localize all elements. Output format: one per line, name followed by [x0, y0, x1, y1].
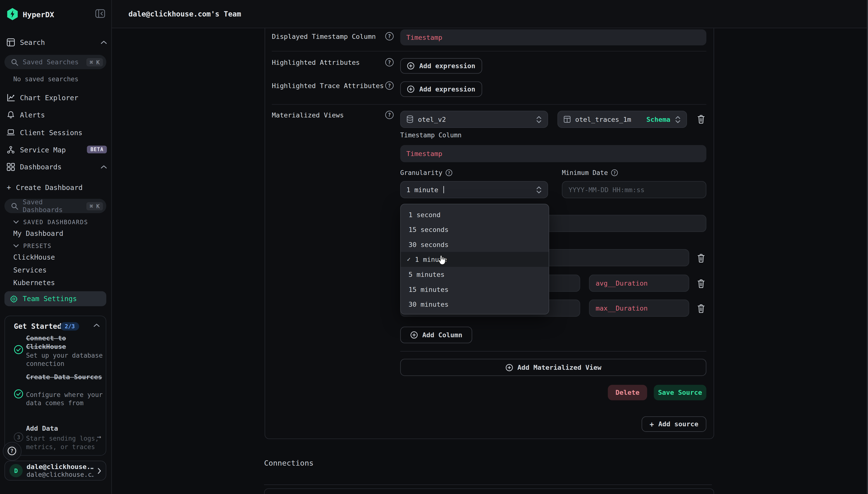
- add-materialized-view-button[interactable]: Add Materialized View: [400, 359, 707, 376]
- section-label: PRESETS: [23, 242, 52, 249]
- dropdown-option[interactable]: 1 second: [401, 207, 548, 222]
- help-circle-icon[interactable]: ?: [385, 111, 393, 119]
- get-started-collapse-button[interactable]: [94, 323, 100, 327]
- dropdown-option[interactable]: 30 seconds: [401, 237, 548, 252]
- beta-badge: BETA: [87, 146, 107, 153]
- saved-dashboards-input[interactable]: Saved Dashboards ⌘ K: [4, 199, 106, 213]
- dashboards-icon: [6, 163, 15, 171]
- timestamp-column-value: Timestamp: [406, 150, 442, 157]
- sidebar-item-label: Dashboards: [20, 163, 96, 171]
- check-circle-icon: [14, 389, 23, 399]
- plus-circle-icon: [410, 331, 418, 339]
- preset-link-label: ClickHouse: [13, 253, 55, 261]
- sidebar-item-services[interactable]: Services: [13, 265, 46, 274]
- save-source-button[interactable]: Save Source: [654, 385, 707, 400]
- step-title[interactable]: Connect to ClickHouse: [26, 334, 102, 351]
- sidebar-item-my-dashboard[interactable]: My Dashboard: [13, 229, 63, 238]
- sidebar-item-label: Alerts: [20, 110, 107, 119]
- sidebar-item-kubernetes[interactable]: Kubernetes: [13, 278, 55, 287]
- chevron-down-icon: [13, 220, 19, 224]
- delete-column-button[interactable]: [697, 253, 705, 263]
- sidebar: HyperDX Search Saved Searches ⌘ K No sav…: [0, 0, 112, 494]
- help-circle-icon[interactable]: ?: [385, 58, 393, 66]
- sidebar-item-team-settings[interactable]: Team Settings: [4, 291, 106, 306]
- help-circle-icon[interactable]: ?: [385, 81, 393, 90]
- chevron-right-icon: [98, 468, 101, 474]
- user-email: dale@clickhouse.c…: [27, 471, 94, 478]
- materialized-table-select[interactable]: otel_traces_1m Schema: [558, 111, 687, 128]
- option-label: 1 second: [408, 211, 441, 218]
- user-account-button[interactable]: D dale@clickhouse.… dale@clickhouse.c…: [4, 461, 106, 481]
- plus-circle-icon: [505, 363, 513, 371]
- minimum-date-label-row: Minimum Date ?: [562, 169, 618, 177]
- step-description: Set up your database connection: [26, 352, 103, 368]
- add-expression-button[interactable]: Add expression: [400, 58, 482, 74]
- timestamp-column-input[interactable]: Timestamp: [400, 145, 707, 162]
- displayed-timestamp-input[interactable]: Timestamp: [400, 30, 707, 45]
- step-title[interactable]: Create Data Sources: [26, 373, 102, 381]
- divider: [272, 104, 706, 104]
- column-alias-input[interactable]: avg__Duration: [589, 275, 689, 292]
- column-alias-value: max__Duration: [596, 304, 648, 312]
- sidebar-collapse-button[interactable]: [95, 9, 105, 18]
- delete-source-button[interactable]: Delete: [608, 385, 647, 400]
- presets-section-header[interactable]: PRESETS: [13, 242, 52, 250]
- mouse-cursor-pointer: [438, 255, 447, 265]
- materialized-views-label: Materialized Views: [272, 111, 344, 119]
- saved-searches-placeholder: Saved Searches: [23, 58, 82, 66]
- delete-column-button[interactable]: [697, 279, 705, 288]
- help-circle-icon[interactable]: ?: [611, 169, 618, 176]
- help-circle-icon[interactable]: ?: [385, 32, 393, 40]
- dropdown-option-selected[interactable]: ✓ 1 minute: [401, 252, 548, 267]
- saved-dashboards-section-header[interactable]: SAVED DASHBOARDS: [13, 218, 88, 226]
- section-label: SAVED DASHBOARDS: [23, 218, 88, 225]
- brand-logo-row: HyperDX: [6, 8, 54, 20]
- option-label: 30 seconds: [408, 241, 448, 248]
- search-panel-icon: [6, 38, 15, 46]
- minimum-date-placeholder: YYYY-MM-DD HH:mm:ss: [568, 186, 644, 194]
- delete-materialized-view-button[interactable]: [697, 115, 705, 124]
- dashboard-link-label: My Dashboard: [13, 229, 63, 237]
- displayed-timestamp-label: Displayed Timestamp Column: [272, 33, 376, 40]
- dropdown-option[interactable]: 15 seconds: [401, 222, 548, 237]
- materialized-view-select[interactable]: otel_v2: [400, 111, 548, 128]
- trash-icon: [697, 279, 705, 288]
- sidebar-item-dashboards[interactable]: Dashboards: [6, 160, 107, 173]
- help-circle-icon[interactable]: ?: [446, 169, 452, 176]
- add-expression-button[interactable]: Add expression: [400, 81, 482, 97]
- sidebar-item-clickhouse[interactable]: ClickHouse: [13, 252, 55, 262]
- sidebar-item-search[interactable]: Search: [6, 36, 107, 48]
- trash-icon: [697, 304, 705, 314]
- arrow-right-icon: →: [97, 432, 101, 441]
- option-label: 5 minutes: [408, 270, 444, 278]
- highlighted-attributes-label: Highlighted Attributes: [272, 59, 360, 66]
- sidebar-item-service-map[interactable]: Service Map BETA: [6, 144, 107, 155]
- scrollbar[interactable]: [867, 0, 868, 494]
- team-settings-label: Team Settings: [23, 294, 77, 303]
- column-alias-input[interactable]: max__Duration: [589, 300, 689, 317]
- add-column-button[interactable]: Add Column: [400, 327, 472, 343]
- plus-circle-icon: [407, 62, 415, 70]
- delete-column-button[interactable]: [697, 304, 705, 314]
- sidebar-item-client-sessions[interactable]: Client Sessions: [6, 126, 107, 138]
- minimum-date-input[interactable]: YYYY-MM-DD HH:mm:ss: [562, 181, 707, 198]
- step-description: Configure where your data comes from: [26, 391, 103, 407]
- step-title[interactable]: Add Data: [26, 424, 102, 433]
- create-dashboard-button[interactable]: + Create Dashboard: [6, 181, 107, 193]
- saved-searches-input[interactable]: Saved Searches ⌘ K: [4, 55, 106, 69]
- text-cursor: [443, 186, 444, 193]
- sidebar-item-alerts[interactable]: Alerts: [6, 109, 107, 120]
- granularity-select[interactable]: 1 minute: [400, 181, 548, 198]
- bell-icon: [6, 110, 15, 119]
- schema-link[interactable]: Schema: [646, 115, 670, 123]
- dropdown-option[interactable]: 30 minutes: [401, 297, 548, 312]
- sidebar-item-label: Client Sessions: [20, 128, 107, 136]
- add-source-button[interactable]: + Add source: [642, 416, 707, 432]
- connections-title: Connections: [264, 458, 313, 467]
- help-button[interactable]: ?: [5, 444, 18, 457]
- sidebar-item-chart-explorer[interactable]: Chart Explorer: [6, 92, 107, 103]
- dropdown-option[interactable]: 15 minutes: [401, 282, 548, 297]
- check-circle-icon: [14, 345, 23, 355]
- dropdown-option[interactable]: 5 minutes: [401, 267, 548, 282]
- collapse-sidebar-icon: [95, 9, 105, 18]
